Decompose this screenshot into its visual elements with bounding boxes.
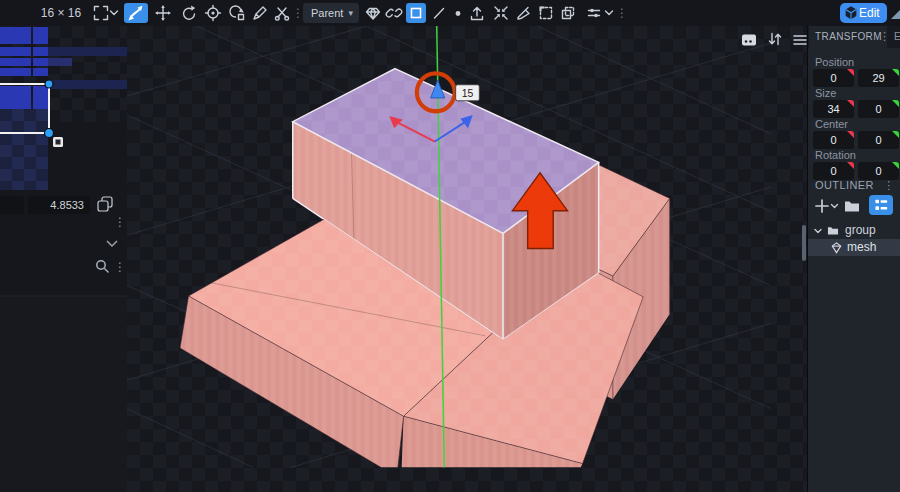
uv-handle-bottom: [45, 129, 54, 138]
add-group-folder-icon[interactable]: [843, 197, 861, 215]
line-icon[interactable]: [430, 4, 448, 22]
edit-cube-icon: [843, 5, 859, 21]
section-label-center: Center: [815, 118, 848, 130]
sliders-icon[interactable]: [585, 4, 603, 22]
size-x-field[interactable]: 34: [813, 100, 854, 118]
caret-down-icon: ▾: [348, 3, 353, 23]
sliders-caret-icon[interactable]: [604, 9, 614, 17]
right-panel: TRANSFORM ⋮ ELE Position 0 29 Size 34 0 …: [807, 26, 900, 492]
panel-tabs: TRANSFORM ⋮ ELE: [808, 26, 900, 48]
size-y-field[interactable]: 0: [858, 100, 899, 118]
center-x-field[interactable]: 0: [813, 131, 854, 149]
uv-field-left: [0, 196, 24, 214]
edit-button-label: Edit: [859, 3, 880, 23]
y-axis-corner: [892, 131, 899, 138]
rotate-icon[interactable]: [180, 4, 198, 22]
uv-field-value-text: 4.8533: [50, 199, 84, 211]
edit-mode-button[interactable]: Edit: [840, 3, 887, 23]
section-label-position: Position: [815, 56, 854, 68]
pivot-icon[interactable]: [204, 4, 222, 22]
position-x-field[interactable]: 0: [813, 69, 854, 87]
marquee-select-icon[interactable]: [537, 4, 555, 22]
outliner-list-icon: [869, 195, 893, 215]
link-icon[interactable]: [385, 4, 403, 22]
texture-size-label: 16 × 16: [28, 6, 94, 20]
group-folder-icon: [826, 224, 840, 237]
center-y-field[interactable]: 0: [858, 131, 899, 149]
square-mode-button[interactable]: [406, 3, 426, 23]
y-axis-corner: [892, 100, 899, 107]
export-icon[interactable]: [468, 4, 486, 22]
uv-editor-canvas[interactable]: 4.8533 ⋮ ⋮: [0, 26, 127, 492]
rotation-x-field[interactable]: 0: [813, 162, 854, 180]
x-axis-corner: [847, 131, 854, 138]
x-axis-corner: [847, 162, 854, 169]
section-label-size: Size: [815, 87, 836, 99]
outliner-toggle-button[interactable]: [869, 195, 893, 215]
scissors-icon[interactable]: [273, 4, 291, 22]
group-label: group: [845, 223, 876, 237]
mesh-gem-icon: [830, 241, 843, 254]
parent-dropdown-label: Parent: [311, 7, 343, 19]
pencil-icon[interactable]: [251, 4, 269, 22]
tab-transform[interactable]: TRANSFORM ⋮: [809, 26, 887, 48]
rotation-y-field[interactable]: 0: [858, 162, 899, 180]
drag-value-tooltip: 15: [456, 85, 480, 101]
uv-panel: 4.8533 ⋮ ⋮: [0, 26, 128, 492]
outliner-menu-dots[interactable]: ⋮: [883, 179, 894, 191]
viewport-scrollbar[interactable]: [802, 225, 806, 261]
outliner-title: OUTLINER ⋮: [815, 179, 895, 192]
toolbar-more-dots[interactable]: ⋮: [616, 5, 628, 21]
uv-search-dots[interactable]: ⋮: [114, 260, 126, 274]
x-axis-corner: [847, 100, 854, 107]
uv-menu-dots[interactable]: ⋮: [114, 215, 126, 229]
tab-transform-label: TRANSFORM: [815, 31, 882, 42]
add-element-caret-icon[interactable]: [830, 203, 839, 210]
parent-dropdown[interactable]: Parent ▾: [303, 3, 359, 23]
uv-drag-icon: [53, 137, 63, 147]
tab-transform-dots[interactable]: ⋮: [879, 30, 890, 43]
viewport-3d[interactable]: 15: [127, 26, 807, 492]
rotate-resize-icon[interactable]: [228, 4, 246, 22]
fullscreen-icon[interactable]: [92, 4, 110, 22]
outliner-row-mesh[interactable]: mesh: [808, 239, 900, 256]
move-tool-button[interactable]: [124, 3, 148, 23]
uv-handle-top: [45, 80, 53, 88]
move-tool-icon: [124, 3, 148, 23]
main-toolbar: 16 × 16: [0, 0, 900, 27]
x-axis-corner: [847, 69, 854, 76]
position-y-field[interactable]: 29: [858, 69, 899, 87]
blockbench-app: 16 × 16: [0, 0, 900, 492]
mesh-label: mesh: [847, 240, 876, 254]
svg-text:15: 15: [462, 88, 474, 99]
copy-frame-icon[interactable]: [559, 4, 577, 22]
snapshot-icon[interactable]: [740, 31, 758, 49]
section-label-rotation: Rotation: [815, 149, 856, 161]
square-icon: [406, 3, 426, 23]
gem-icon[interactable]: [364, 4, 382, 22]
collapse-center-icon[interactable]: [492, 4, 510, 22]
outliner-row-group[interactable]: group: [808, 222, 900, 239]
add-element-icon[interactable]: [813, 197, 831, 215]
sort-icon[interactable]: [766, 30, 784, 48]
tree-expand-chevron-icon: [813, 226, 823, 236]
scene-canvas: 15: [127, 26, 807, 492]
y-axis-corner: [892, 162, 899, 169]
translate-icon[interactable]: [154, 4, 172, 22]
tab-element[interactable]: ELE: [894, 31, 900, 42]
paint-brush-partial-icon[interactable]: [891, 3, 900, 21]
knife-icon[interactable]: [515, 4, 533, 22]
y-axis-corner: [892, 69, 899, 76]
dot-icon[interactable]: [449, 4, 467, 22]
chevron-down-icon[interactable]: [109, 9, 119, 17]
